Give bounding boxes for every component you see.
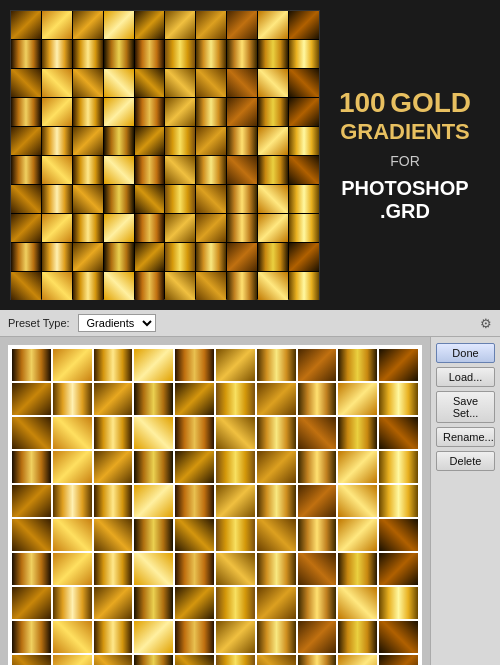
grad-cell[interactable] <box>338 655 377 665</box>
grad-cell[interactable] <box>53 349 92 381</box>
grad-cell[interactable] <box>53 553 92 585</box>
grad-cell[interactable] <box>12 349 51 381</box>
grad-cell[interactable] <box>379 485 418 517</box>
grad-cell[interactable] <box>298 485 337 517</box>
grad-cell[interactable] <box>94 383 133 415</box>
grad-cell[interactable] <box>12 383 51 415</box>
grad-cell[interactable] <box>338 621 377 653</box>
grad-cell[interactable] <box>257 519 296 551</box>
grad-cell[interactable] <box>338 349 377 381</box>
grad-cell[interactable] <box>379 451 418 483</box>
grad-cell[interactable] <box>134 383 173 415</box>
grad-cell[interactable] <box>298 587 337 619</box>
grad-cell[interactable] <box>12 417 51 449</box>
grad-cell[interactable] <box>338 451 377 483</box>
grad-cell[interactable] <box>134 417 173 449</box>
grad-cell[interactable] <box>12 553 51 585</box>
grad-cell[interactable] <box>53 383 92 415</box>
grad-cell[interactable] <box>94 417 133 449</box>
grad-cell[interactable] <box>216 349 255 381</box>
grad-cell[interactable] <box>379 417 418 449</box>
grad-cell[interactable] <box>134 587 173 619</box>
grad-cell[interactable] <box>298 383 337 415</box>
grad-cell[interactable] <box>216 519 255 551</box>
grad-cell[interactable] <box>298 519 337 551</box>
grad-cell[interactable] <box>216 417 255 449</box>
grad-cell[interactable] <box>94 485 133 517</box>
grad-cell[interactable] <box>298 621 337 653</box>
grad-cell[interactable] <box>94 655 133 665</box>
grad-cell[interactable] <box>12 451 51 483</box>
grad-cell[interactable] <box>298 417 337 449</box>
preset-type-select[interactable]: Gradients <box>78 314 156 332</box>
delete-button[interactable]: Delete <box>436 451 495 471</box>
grad-cell[interactable] <box>379 621 418 653</box>
grad-cell[interactable] <box>53 485 92 517</box>
grad-cell[interactable] <box>175 519 214 551</box>
save-set-button[interactable]: Save Set... <box>436 391 495 423</box>
grad-cell[interactable] <box>94 553 133 585</box>
grad-cell[interactable] <box>216 451 255 483</box>
grad-cell[interactable] <box>12 587 51 619</box>
grad-cell[interactable] <box>216 383 255 415</box>
grad-cell[interactable] <box>175 587 214 619</box>
grad-cell[interactable] <box>257 349 296 381</box>
grad-cell[interactable] <box>298 349 337 381</box>
grad-cell[interactable] <box>379 587 418 619</box>
grad-cell[interactable] <box>94 621 133 653</box>
grad-cell[interactable] <box>175 553 214 585</box>
grad-cell[interactable] <box>94 587 133 619</box>
grad-cell[interactable] <box>175 383 214 415</box>
grad-cell[interactable] <box>12 519 51 551</box>
grad-cell[interactable] <box>379 349 418 381</box>
grad-cell[interactable] <box>216 485 255 517</box>
grad-cell[interactable] <box>12 655 51 665</box>
grad-cell[interactable] <box>134 621 173 653</box>
grad-cell[interactable] <box>134 485 173 517</box>
grad-cell[interactable] <box>257 451 296 483</box>
grad-cell[interactable] <box>338 417 377 449</box>
grad-cell[interactable] <box>175 655 214 665</box>
grad-cell[interactable] <box>94 451 133 483</box>
grad-cell[interactable] <box>175 349 214 381</box>
grad-cell[interactable] <box>216 655 255 665</box>
grad-cell[interactable] <box>216 621 255 653</box>
grad-cell[interactable] <box>216 553 255 585</box>
grad-cell[interactable] <box>53 451 92 483</box>
grad-cell[interactable] <box>12 621 51 653</box>
grad-cell[interactable] <box>338 383 377 415</box>
grad-cell[interactable] <box>379 519 418 551</box>
grad-cell[interactable] <box>298 451 337 483</box>
grad-cell[interactable] <box>379 383 418 415</box>
grad-cell[interactable] <box>12 485 51 517</box>
grad-cell[interactable] <box>53 587 92 619</box>
grad-cell[interactable] <box>257 655 296 665</box>
grad-cell[interactable] <box>94 519 133 551</box>
grad-cell[interactable] <box>134 519 173 551</box>
grad-cell[interactable] <box>338 587 377 619</box>
grad-cell[interactable] <box>175 621 214 653</box>
rename-button[interactable]: Rename... <box>436 427 495 447</box>
grad-cell[interactable] <box>134 451 173 483</box>
grad-cell[interactable] <box>94 349 133 381</box>
grad-cell[interactable] <box>298 655 337 665</box>
grad-cell[interactable] <box>53 621 92 653</box>
grad-cell[interactable] <box>175 485 214 517</box>
grad-cell[interactable] <box>216 587 255 619</box>
grad-cell[interactable] <box>379 553 418 585</box>
grad-cell[interactable] <box>134 655 173 665</box>
load-button[interactable]: Load... <box>436 367 495 387</box>
grad-cell[interactable] <box>338 553 377 585</box>
grad-cell[interactable] <box>134 553 173 585</box>
grad-cell[interactable] <box>175 417 214 449</box>
grad-cell[interactable] <box>338 519 377 551</box>
grad-cell[interactable] <box>257 485 296 517</box>
grad-cell[interactable] <box>175 451 214 483</box>
grad-cell[interactable] <box>53 655 92 665</box>
done-button[interactable]: Done <box>436 343 495 363</box>
grad-cell[interactable] <box>257 621 296 653</box>
grad-cell[interactable] <box>257 383 296 415</box>
grad-cell[interactable] <box>257 417 296 449</box>
grad-cell[interactable] <box>298 553 337 585</box>
grad-cell[interactable] <box>379 655 418 665</box>
